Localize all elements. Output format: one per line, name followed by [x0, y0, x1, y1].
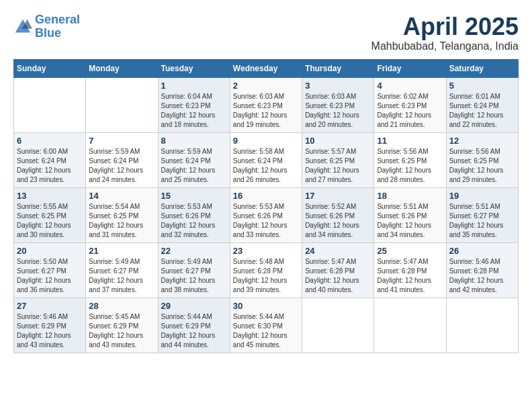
- calendar-cell: 13Sunrise: 5:55 AM Sunset: 6:25 PM Dayli…: [14, 187, 86, 242]
- day-info: Sunrise: 5:44 AM Sunset: 6:29 PM Dayligh…: [161, 312, 227, 350]
- calendar-cell: [446, 298, 518, 353]
- calendar-cell: [302, 298, 374, 353]
- day-number: 1: [161, 81, 227, 91]
- day-info: Sunrise: 5:55 AM Sunset: 6:25 PM Dayligh…: [17, 202, 83, 240]
- day-number: 13: [17, 191, 83, 201]
- calendar-cell: 16Sunrise: 5:53 AM Sunset: 6:26 PM Dayli…: [230, 187, 302, 242]
- day-number: 11: [377, 136, 443, 146]
- day-number: 21: [89, 246, 154, 256]
- header: General Blue April 2025 Mahbubabad, Tela…: [13, 13, 519, 52]
- day-number: 26: [449, 246, 515, 256]
- calendar-cell: 5Sunrise: 6:01 AM Sunset: 6:24 PM Daylig…: [446, 77, 518, 132]
- day-info: Sunrise: 5:53 AM Sunset: 6:26 PM Dayligh…: [161, 202, 227, 240]
- day-number: 12: [449, 136, 515, 146]
- calendar-cell: 9Sunrise: 5:58 AM Sunset: 6:24 PM Daylig…: [230, 132, 302, 187]
- day-info: Sunrise: 5:44 AM Sunset: 6:30 PM Dayligh…: [233, 312, 299, 350]
- day-number: 7: [89, 136, 154, 146]
- calendar-cell: 8Sunrise: 5:59 AM Sunset: 6:24 PM Daylig…: [158, 132, 230, 187]
- calendar-cell: 27Sunrise: 5:46 AM Sunset: 6:29 PM Dayli…: [14, 298, 86, 353]
- day-number: 28: [89, 301, 154, 311]
- week-row-4: 27Sunrise: 5:46 AM Sunset: 6:29 PM Dayli…: [14, 298, 519, 353]
- calendar-cell: 20Sunrise: 5:50 AM Sunset: 6:27 PM Dayli…: [14, 242, 86, 298]
- calendar-cell: 30Sunrise: 5:44 AM Sunset: 6:30 PM Dayli…: [230, 298, 302, 353]
- header-row: SundayMondayTuesdayWednesdayThursdayFrid…: [14, 59, 519, 77]
- day-info: Sunrise: 6:01 AM Sunset: 6:24 PM Dayligh…: [449, 92, 515, 130]
- week-row-1: 6Sunrise: 6:00 AM Sunset: 6:24 PM Daylig…: [14, 132, 519, 187]
- header-day-tuesday: Tuesday: [158, 59, 230, 77]
- day-number: 29: [161, 301, 227, 311]
- day-number: 18: [377, 191, 443, 201]
- header-day-monday: Monday: [86, 59, 158, 77]
- day-info: Sunrise: 6:03 AM Sunset: 6:23 PM Dayligh…: [305, 92, 371, 130]
- calendar-cell: 17Sunrise: 5:52 AM Sunset: 6:26 PM Dayli…: [302, 187, 374, 242]
- calendar-cell: 24Sunrise: 5:47 AM Sunset: 6:28 PM Dayli…: [302, 242, 374, 298]
- calendar-cell: 10Sunrise: 5:57 AM Sunset: 6:25 PM Dayli…: [302, 132, 374, 187]
- calendar-cell: 7Sunrise: 5:59 AM Sunset: 6:24 PM Daylig…: [86, 132, 158, 187]
- day-number: 2: [233, 81, 299, 91]
- header-day-thursday: Thursday: [302, 59, 374, 77]
- day-info: Sunrise: 5:46 AM Sunset: 6:29 PM Dayligh…: [17, 312, 83, 350]
- calendar-cell: 1Sunrise: 6:04 AM Sunset: 6:23 PM Daylig…: [158, 77, 230, 132]
- day-info: Sunrise: 5:47 AM Sunset: 6:28 PM Dayligh…: [377, 257, 443, 295]
- day-number: 3: [305, 81, 371, 91]
- calendar-cell: 22Sunrise: 5:49 AM Sunset: 6:27 PM Dayli…: [158, 242, 230, 298]
- day-info: Sunrise: 5:51 AM Sunset: 6:27 PM Dayligh…: [449, 202, 515, 240]
- day-number: 4: [377, 81, 443, 91]
- logo: General Blue: [13, 13, 80, 40]
- header-day-friday: Friday: [374, 59, 446, 77]
- day-number: 23: [233, 246, 299, 256]
- header-day-sunday: Sunday: [14, 59, 86, 77]
- day-info: Sunrise: 5:54 AM Sunset: 6:25 PM Dayligh…: [89, 202, 154, 240]
- day-info: Sunrise: 6:00 AM Sunset: 6:24 PM Dayligh…: [17, 147, 83, 185]
- calendar-cell: 28Sunrise: 5:45 AM Sunset: 6:29 PM Dayli…: [86, 298, 158, 353]
- day-info: Sunrise: 6:04 AM Sunset: 6:23 PM Dayligh…: [161, 92, 227, 130]
- calendar-cell: 3Sunrise: 6:03 AM Sunset: 6:23 PM Daylig…: [302, 77, 374, 132]
- day-info: Sunrise: 5:56 AM Sunset: 6:25 PM Dayligh…: [449, 147, 515, 185]
- day-info: Sunrise: 5:59 AM Sunset: 6:24 PM Dayligh…: [161, 147, 227, 185]
- logo-icon: [13, 17, 32, 36]
- day-number: 6: [17, 136, 83, 146]
- day-number: 27: [17, 301, 83, 311]
- calendar-cell: 19Sunrise: 5:51 AM Sunset: 6:27 PM Dayli…: [446, 187, 518, 242]
- calendar-cell: 2Sunrise: 6:03 AM Sunset: 6:23 PM Daylig…: [230, 77, 302, 132]
- calendar-cell: 29Sunrise: 5:44 AM Sunset: 6:29 PM Dayli…: [158, 298, 230, 353]
- calendar-cell: 23Sunrise: 5:48 AM Sunset: 6:28 PM Dayli…: [230, 242, 302, 298]
- week-row-2: 13Sunrise: 5:55 AM Sunset: 6:25 PM Dayli…: [14, 187, 519, 242]
- day-info: Sunrise: 6:03 AM Sunset: 6:23 PM Dayligh…: [233, 92, 299, 130]
- title-area: April 2025 Mahbubabad, Telangana, India: [371, 13, 519, 52]
- day-info: Sunrise: 5:47 AM Sunset: 6:28 PM Dayligh…: [305, 257, 371, 295]
- calendar-cell: 21Sunrise: 5:49 AM Sunset: 6:27 PM Dayli…: [86, 242, 158, 298]
- day-number: 5: [449, 81, 515, 91]
- day-info: Sunrise: 5:57 AM Sunset: 6:25 PM Dayligh…: [305, 147, 371, 185]
- day-number: 16: [233, 191, 299, 201]
- month-title: April 2025: [371, 13, 519, 40]
- day-info: Sunrise: 6:02 AM Sunset: 6:23 PM Dayligh…: [377, 92, 443, 130]
- day-number: 17: [305, 191, 371, 201]
- logo-line1: General: [35, 13, 80, 26]
- day-number: 20: [17, 246, 83, 256]
- day-number: 24: [305, 246, 371, 256]
- calendar-cell: [374, 298, 446, 353]
- day-info: Sunrise: 5:49 AM Sunset: 6:27 PM Dayligh…: [89, 257, 154, 295]
- day-number: 15: [161, 191, 227, 201]
- day-info: Sunrise: 5:59 AM Sunset: 6:24 PM Dayligh…: [89, 147, 154, 185]
- location-title: Mahbubabad, Telangana, India: [371, 40, 519, 52]
- logo-text: General Blue: [35, 13, 80, 40]
- day-number: 9: [233, 136, 299, 146]
- calendar-cell: 4Sunrise: 6:02 AM Sunset: 6:23 PM Daylig…: [374, 77, 446, 132]
- day-info: Sunrise: 5:53 AM Sunset: 6:26 PM Dayligh…: [233, 202, 299, 240]
- day-number: 30: [233, 301, 299, 311]
- day-number: 19: [449, 191, 515, 201]
- header-day-saturday: Saturday: [446, 59, 518, 77]
- calendar-cell: 14Sunrise: 5:54 AM Sunset: 6:25 PM Dayli…: [86, 187, 158, 242]
- day-number: 14: [89, 191, 154, 201]
- day-info: Sunrise: 5:49 AM Sunset: 6:27 PM Dayligh…: [161, 257, 227, 295]
- week-row-3: 20Sunrise: 5:50 AM Sunset: 6:27 PM Dayli…: [14, 242, 519, 298]
- day-info: Sunrise: 5:58 AM Sunset: 6:24 PM Dayligh…: [233, 147, 299, 185]
- calendar-cell: 26Sunrise: 5:46 AM Sunset: 6:28 PM Dayli…: [446, 242, 518, 298]
- day-info: Sunrise: 5:52 AM Sunset: 6:26 PM Dayligh…: [305, 202, 371, 240]
- header-day-wednesday: Wednesday: [230, 59, 302, 77]
- calendar-cell: 6Sunrise: 6:00 AM Sunset: 6:24 PM Daylig…: [14, 132, 86, 187]
- calendar-cell: 18Sunrise: 5:51 AM Sunset: 6:26 PM Dayli…: [374, 187, 446, 242]
- logo-line2: Blue: [35, 26, 61, 40]
